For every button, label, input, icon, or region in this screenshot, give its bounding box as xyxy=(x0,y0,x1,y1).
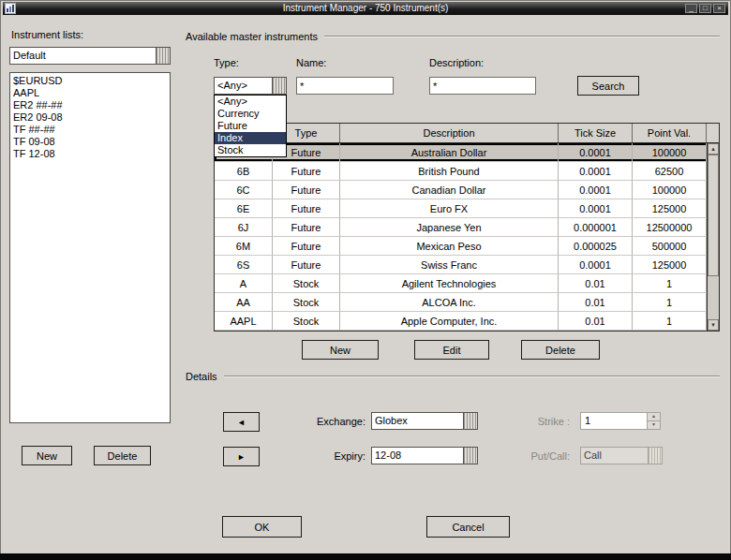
spin-up-icon[interactable] xyxy=(648,413,660,421)
type-combo-value: <Any> xyxy=(215,78,272,94)
cell-tick-size: 0.01 xyxy=(559,274,633,292)
cell-description: Australian Dollar xyxy=(340,143,559,161)
expiry-label: Expiry: xyxy=(281,450,366,462)
name-label: Name: xyxy=(296,57,326,68)
maximize-icon[interactable]: □ xyxy=(699,4,711,13)
scroll-down-icon[interactable] xyxy=(708,319,719,331)
list-item[interactable]: ER2 09-08 xyxy=(10,111,170,124)
table-row[interactable]: 6E Future Euro FX 0.0001 125000 xyxy=(215,199,719,218)
instrument-list-combo[interactable]: Default xyxy=(9,47,171,65)
titlebar[interactable]: Instrument Manager - 750 Instrument(s) _… xyxy=(3,2,728,15)
cell-type: Stock xyxy=(273,312,340,330)
table-row[interactable]: 6B Future British Pound 0.0001 62500 xyxy=(215,162,719,181)
master-new-button[interactable]: New xyxy=(302,340,379,360)
cell-tick-size: 0.000025 xyxy=(559,237,633,255)
cell-name: 6S xyxy=(215,256,273,273)
group-rule xyxy=(324,36,720,37)
master-edit-button[interactable]: Edit xyxy=(414,340,489,360)
type-label: Type: xyxy=(214,57,239,68)
cell-name: AAPL xyxy=(215,312,273,330)
cell-tick-size: 0.0001 xyxy=(559,143,633,161)
list-item[interactable]: ER2 ##-## xyxy=(10,99,170,111)
spin-down-icon[interactable] xyxy=(648,421,660,429)
scrollbar-thumb[interactable] xyxy=(708,155,719,276)
type-option[interactable]: Index xyxy=(215,132,286,144)
column-header[interactable]: Point Val. xyxy=(633,124,707,142)
list-item[interactable]: $EURUSD xyxy=(10,75,170,87)
cell-point-val: 100000 xyxy=(633,143,707,161)
scroll-up-icon[interactable] xyxy=(708,143,719,155)
cell-name: AA xyxy=(215,293,273,311)
cell-name: 6J xyxy=(215,218,273,236)
cancel-button[interactable]: Cancel xyxy=(426,516,510,538)
cell-description: ALCOA Inc. xyxy=(340,293,559,311)
dropdown-button-icon[interactable] xyxy=(463,448,477,464)
cell-type: Future xyxy=(273,181,340,199)
cell-tick-size: 0.0001 xyxy=(559,162,633,180)
strike-spinner[interactable]: 1 xyxy=(580,412,661,430)
cell-point-val: 1 xyxy=(633,293,707,311)
instrument-list-combo-value: Default xyxy=(10,48,156,64)
table-row[interactable]: AAPL Stock Apple Computer, Inc. 0.01 1 xyxy=(215,312,719,331)
table-row[interactable]: 6S Future Swiss Franc 0.0001 125000 xyxy=(215,256,719,274)
type-option[interactable]: Future xyxy=(215,120,286,132)
table-header: Name Type Description Tick Size Point Va… xyxy=(215,124,719,143)
list-item[interactable]: AAPL xyxy=(10,87,170,99)
minimize-icon[interactable]: _ xyxy=(685,4,697,13)
column-header[interactable]: Description xyxy=(340,124,559,142)
list-delete-button[interactable]: Delete xyxy=(94,446,151,465)
description-label: Description: xyxy=(429,57,484,68)
cell-type: Stock xyxy=(273,293,340,311)
cell-type: Future xyxy=(273,218,340,236)
type-option[interactable]: Currency xyxy=(215,108,286,120)
description-input[interactable] xyxy=(429,77,536,95)
table-row[interactable]: 6J Future Japanese Yen 0.000001 12500000 xyxy=(215,218,719,237)
search-button[interactable]: Search xyxy=(577,76,639,96)
expiry-combo[interactable]: 12-08 xyxy=(371,447,478,464)
cell-tick-size: 0.0001 xyxy=(559,256,633,273)
cell-type: Future xyxy=(273,237,340,255)
cell-point-val: 125000 xyxy=(633,256,707,273)
strike-value: 1 xyxy=(581,413,647,429)
prev-instrument-button[interactable]: ◄ xyxy=(223,412,260,432)
table-row[interactable]: A Stock Agilent Technologies 0.01 1 xyxy=(215,274,719,293)
dropdown-button-icon[interactable] xyxy=(272,78,286,94)
dropdown-button-icon[interactable] xyxy=(156,48,170,64)
cell-type: Future xyxy=(273,199,340,217)
instrument-listbox[interactable]: $EURUSD AAPL ER2 ##-## ER2 09-08 TF ##-#… xyxy=(9,72,171,423)
cell-description: Agilent Technologies xyxy=(340,274,559,292)
list-new-button[interactable]: New xyxy=(22,446,72,465)
table-row[interactable]: 6M Future Mexican Peso 0.000025 500000 xyxy=(215,237,719,256)
type-option[interactable]: <Any> xyxy=(215,96,286,108)
list-item[interactable]: TF 12-08 xyxy=(10,148,170,160)
cell-point-val: 1 xyxy=(633,274,707,292)
list-item[interactable]: TF 09-08 xyxy=(10,136,170,148)
strike-label: Strike : xyxy=(506,416,570,427)
name-input[interactable] xyxy=(296,77,394,95)
type-combo[interactable]: <Any> xyxy=(214,77,287,95)
type-dropdown: <Any> Currency Future Index Stock xyxy=(214,95,287,157)
table-body: 6A Future Australian Dollar 0.0001 10000… xyxy=(215,143,719,331)
window-bottom-edge xyxy=(0,553,731,560)
table-row[interactable]: AA Stock ALCOA Inc. 0.01 1 xyxy=(215,293,719,312)
putcall-label: Put/Call: xyxy=(506,450,570,462)
cell-name: A xyxy=(215,274,273,292)
exchange-combo[interactable]: Globex xyxy=(371,412,478,430)
close-icon[interactable]: × xyxy=(713,4,725,13)
table-row[interactable]: 6C Future Canadian Dollar 0.0001 100000 xyxy=(215,181,719,199)
master-delete-button[interactable]: Delete xyxy=(521,340,600,360)
window-title: Instrument Manager - 750 Instrument(s) xyxy=(3,3,728,13)
next-instrument-button[interactable]: ► xyxy=(223,447,260,466)
table-row[interactable]: 6A Future Australian Dollar 0.0001 10000… xyxy=(215,143,719,162)
cell-point-val: 100000 xyxy=(633,181,707,199)
dropdown-button-icon[interactable] xyxy=(463,413,477,429)
master-group-header: Available master instruments xyxy=(186,30,720,43)
column-header[interactable]: Tick Size xyxy=(559,124,633,142)
ok-button[interactable]: OK xyxy=(222,516,302,538)
list-item[interactable]: TF ##-## xyxy=(10,124,170,136)
cell-point-val: 125000 xyxy=(633,199,707,217)
cell-name: 6M xyxy=(215,237,273,255)
cell-tick-size: 0.0001 xyxy=(559,181,633,199)
table-scrollbar[interactable] xyxy=(707,143,719,331)
type-option[interactable]: Stock xyxy=(215,144,286,156)
